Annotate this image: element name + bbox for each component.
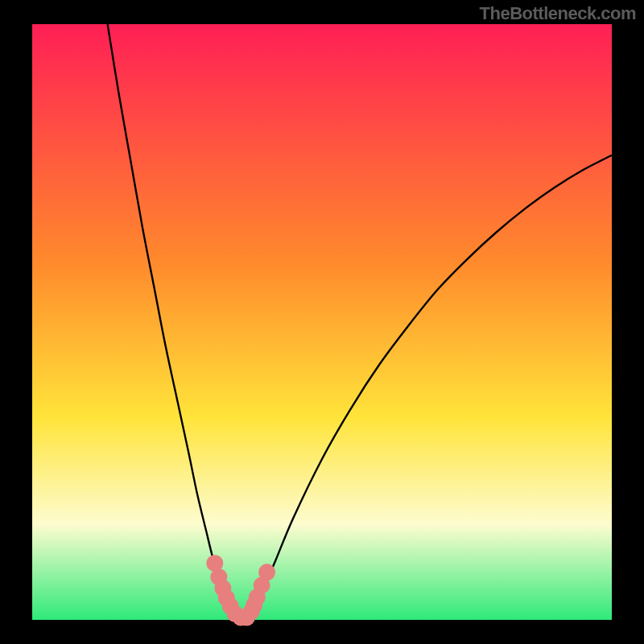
marker-dot — [258, 564, 275, 580]
plot-area — [32, 24, 612, 620]
chart-frame: TheBottleneck.com — [0, 0, 644, 644]
watermark-text: TheBottleneck.com — [480, 3, 636, 24]
bottleneck-chart — [0, 0, 644, 644]
